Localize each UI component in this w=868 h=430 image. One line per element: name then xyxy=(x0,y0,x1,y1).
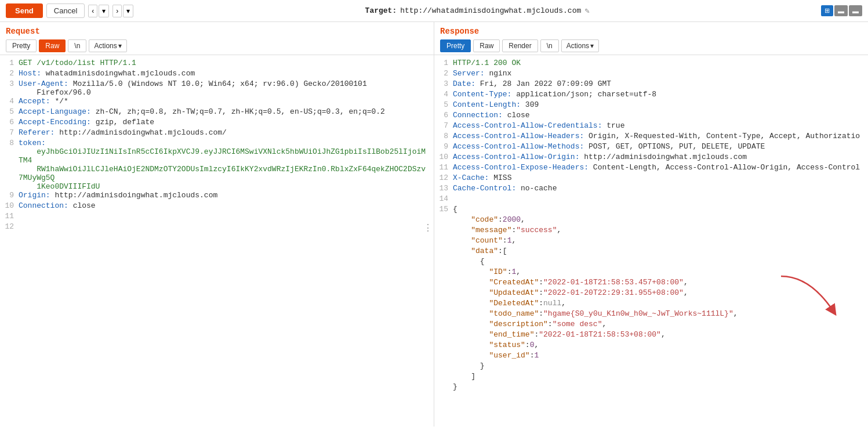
res-line-28: "status":0, xyxy=(434,341,868,351)
res-line-24: "DeletedAt":null, xyxy=(434,299,868,309)
response-title: Response xyxy=(440,27,862,36)
req-line-8: 8 token: eyJhbGciOiJIUzI1NiIsInR5cCI6Ikp… xyxy=(0,139,434,191)
req-line-4: 4 Accept: */* xyxy=(0,97,434,107)
tab-request-actions[interactable]: Actions ▾ xyxy=(89,39,126,52)
request-code-area[interactable]: 1 GET /v1/todo/list HTTP/1.1 2 Host: wha… xyxy=(0,55,434,427)
top-bar-left: Send Cancel ‹ ▾ › ▾ xyxy=(6,3,133,18)
res-line-13: 13 Cache-Control: no-cache xyxy=(434,184,868,194)
req-line-11: 11 xyxy=(0,212,434,222)
nav-next-button[interactable]: › xyxy=(112,5,122,17)
chevron-down-icon: ▾ xyxy=(118,42,122,50)
res-line-20: { xyxy=(434,257,868,268)
res-line-12: 12 X-Cache: MISS xyxy=(434,174,868,184)
req-line-2: 2 Host: whatadminisdoingwhat.mjclouds.co… xyxy=(0,69,434,80)
more-icon: ⋮ xyxy=(423,222,433,234)
tab-request-newline[interactable]: \n xyxy=(68,39,86,52)
tab-response-pretty[interactable]: Pretty xyxy=(440,39,471,52)
tab-response-render[interactable]: Render xyxy=(502,39,537,52)
res-line-5: 5 Content-Length: 309 xyxy=(434,100,868,111)
res-line-1: 1 HTTP/1.1 200 OK xyxy=(434,59,868,69)
res-line-30: } xyxy=(434,362,868,372)
request-tabs: Pretty Raw \n Actions ▾ xyxy=(6,39,428,52)
main-content: Request Pretty Raw \n Actions ▾ 1 GET /v… xyxy=(0,22,868,427)
res-line-32: } xyxy=(434,382,868,393)
response-panel: Response Pretty Raw Render \n Actions ▾ … xyxy=(434,22,868,427)
req-line-6: 6 Accept-Encoding: gzip, deflate xyxy=(0,118,434,128)
res-line-23: "UpdatedAt":"2022-01-20T22:29:31.955+08:… xyxy=(434,288,868,299)
view-icons: ⊞ ▬ ▬ xyxy=(821,5,862,16)
nav-next-down-button[interactable]: ▾ xyxy=(123,5,133,17)
nav-prev-button[interactable]: ‹ xyxy=(88,5,97,17)
res-line-8: 8 Access-Control-Allow-Headers: Origin, … xyxy=(434,132,868,142)
req-line-3: 3 User-Agent: Mozilla/5.0 (Windows NT 10… xyxy=(0,80,434,97)
res-line-31: ] xyxy=(434,372,868,382)
send-button[interactable]: Send xyxy=(6,3,43,18)
req-line-5: 5 Accept-Language: zh-CN, zh;q=0.8, zh-T… xyxy=(0,107,434,118)
view-stack-button[interactable]: ▬ xyxy=(834,5,848,16)
response-code-area[interactable]: 1 HTTP/1.1 200 OK 2 Server: nginx 3 Date… xyxy=(434,55,868,427)
res-line-19: "data":[ xyxy=(434,247,868,257)
res-line-2: 2 Server: nginx xyxy=(434,69,868,80)
request-title: Request xyxy=(6,27,428,36)
res-line-21: "ID":1, xyxy=(434,268,868,278)
res-line-9: 9 Access-Control-Allow-Methods: POST, GE… xyxy=(434,142,868,153)
nav-prev-down-button[interactable]: ▾ xyxy=(99,5,109,17)
tab-response-actions[interactable]: Actions ▾ xyxy=(561,39,599,52)
res-line-6: 6 Connection: close xyxy=(434,111,868,121)
res-line-22: "CreatedAt":"2022-01-18T21:58:53.457+08:… xyxy=(434,278,868,288)
res-line-14: 14 xyxy=(434,194,868,205)
res-line-27: "end_time":"2022-01-18T21:58:53+08:00", xyxy=(434,330,868,341)
req-line-7: 7 Referer: http://adminisdoingwhat.mjclo… xyxy=(0,128,434,139)
top-bar: Send Cancel ‹ ▾ › ▾ Target: http://whata… xyxy=(0,0,868,22)
response-tabs: Pretty Raw Render \n Actions ▾ xyxy=(440,39,862,52)
target-label: Target: xyxy=(365,6,397,15)
nav-prev-group: ‹ ▾ xyxy=(88,5,109,17)
request-panel: Request Pretty Raw \n Actions ▾ 1 GET /v… xyxy=(0,22,434,427)
req-line-1: 1 GET /v1/todo/list HTTP/1.1 xyxy=(0,59,434,69)
res-line-10: 10 Access-Control-Allow-Origin: http://a… xyxy=(434,153,868,163)
tab-response-newline[interactable]: \n xyxy=(540,39,559,52)
view-split-button[interactable]: ⊞ xyxy=(821,5,833,16)
nav-next-group: › ▾ xyxy=(112,5,133,17)
view-single-button[interactable]: ▬ xyxy=(849,5,862,16)
res-line-26: "description":"some desc", xyxy=(434,320,868,330)
chevron-down-icon: ▾ xyxy=(590,42,594,50)
res-line-4: 4 Content-Type: application/json; charse… xyxy=(434,90,868,100)
res-line-17: "message":"success", xyxy=(434,226,868,236)
res-line-18: "count":1, xyxy=(434,236,868,247)
res-line-25: "todo_name":"hgame{S0_y0u_K1n0w_h0w_~JwT… xyxy=(434,309,868,320)
res-line-3: 3 Date: Fri, 28 Jan 2022 07:09:09 GMT xyxy=(434,80,868,90)
edit-icon[interactable]: ✎ xyxy=(584,6,589,16)
req-line-10: 10 Connection: close xyxy=(0,201,434,212)
tab-request-pretty[interactable]: Pretty xyxy=(6,39,37,52)
tab-request-raw[interactable]: Raw xyxy=(39,39,66,52)
request-header: Request Pretty Raw \n Actions ▾ xyxy=(0,22,434,55)
req-line-12: 12 ⋮ xyxy=(0,222,434,233)
req-line-9: 9 Origin: http://adminisdoingwhat.mjclou… xyxy=(0,191,434,201)
response-header: Response Pretty Raw Render \n Actions ▾ xyxy=(434,22,868,55)
res-line-16: "code":2000, xyxy=(434,215,868,226)
tab-response-raw[interactable]: Raw xyxy=(473,39,500,52)
res-line-29: "user_id":1 xyxy=(434,351,868,362)
res-line-11: 11 Access-Control-Expose-Headers: Conten… xyxy=(434,163,868,174)
target-url: http://whatadminisdoingwhat.mjclouds.com xyxy=(400,6,581,15)
target-info: Target: http://whatadminisdoingwhat.mjcl… xyxy=(365,6,590,16)
res-line-7: 7 Access-Control-Allow-Credentials: true xyxy=(434,121,868,132)
res-line-15: 15 { xyxy=(434,205,868,215)
cancel-button[interactable]: Cancel xyxy=(46,3,85,18)
